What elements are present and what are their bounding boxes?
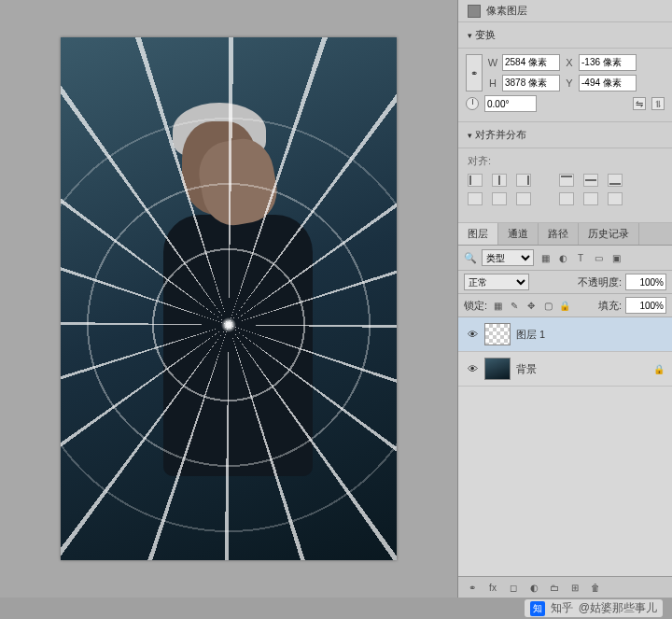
filter-pixel-icon[interactable]: ▦	[539, 251, 552, 264]
fill-label: 填充:	[598, 299, 622, 313]
layer-row[interactable]: 👁 图层 1	[458, 317, 672, 352]
align-section: 对齐:	[458, 148, 672, 223]
flip-horizontal-icon[interactable]: ⇋	[633, 97, 646, 110]
x-label: X	[563, 57, 576, 68]
layer-name[interactable]: 图层 1	[516, 328, 545, 342]
height-input[interactable]	[502, 75, 560, 91]
align-bottom-icon[interactable]	[608, 174, 623, 187]
lock-fill-row: 锁定: ▦ ✎ ✥ ▢ 🔒 填充:	[458, 294, 672, 317]
new-layer-icon[interactable]: ⊞	[568, 581, 581, 594]
visibility-toggle-icon[interactable]: 👁	[466, 329, 479, 340]
tab-paths[interactable]: 路径	[539, 223, 579, 245]
y-input[interactable]	[579, 75, 637, 91]
watermark-source: 知乎	[551, 600, 573, 616]
transform-section-header[interactable]: 变换	[458, 22, 672, 49]
align-hcenter-icon[interactable]	[492, 174, 507, 187]
side-panels: 像素图层 变换 ⚭ W X H Y	[457, 0, 672, 598]
document-canvas[interactable]	[61, 37, 397, 560]
layer-mask-icon[interactable]: ◻	[507, 581, 520, 594]
lock-artboard-icon[interactable]: ▢	[541, 299, 554, 312]
align-section-header[interactable]: 对齐并分布	[458, 122, 672, 148]
align-label: 对齐:	[468, 154, 663, 168]
tab-channels[interactable]: 通道	[498, 223, 539, 245]
align-left-icon[interactable]	[468, 174, 483, 187]
layer-filter-toolbar: 🔍 类型 ▦ ◐ T ▭ ▣	[458, 246, 672, 271]
width-label: W	[486, 57, 499, 68]
glass-crack-overlay	[61, 37, 397, 560]
lock-paint-icon[interactable]: ✎	[508, 299, 521, 312]
filter-kind-select[interactable]: 类型	[482, 249, 534, 266]
align-top-icon[interactable]	[559, 174, 574, 187]
x-input[interactable]	[579, 54, 637, 71]
distribute-h3-icon[interactable]	[516, 192, 531, 205]
filter-adjust-icon[interactable]: ◐	[556, 251, 569, 264]
link-layers-icon[interactable]: ⚭	[466, 581, 479, 594]
transform-section: ⚭ W X H Y	[458, 49, 672, 122]
layer-row[interactable]: 👁 背景 🔒	[458, 352, 672, 387]
layer-style-icon[interactable]: fx	[486, 581, 499, 594]
flip-vertical-icon[interactable]: ⥮	[651, 97, 665, 110]
bottom-panel-tabs: 图层 通道 路径 历史记录	[458, 223, 672, 246]
search-icon[interactable]: 🔍	[464, 252, 477, 264]
y-label: Y	[563, 77, 576, 89]
pixel-layer-label: 像素图层	[486, 4, 527, 18]
distribute-v1-icon[interactable]	[559, 192, 574, 205]
zhihu-logo-icon: 知	[530, 601, 545, 616]
filter-smart-icon[interactable]: ▣	[609, 251, 623, 264]
layers-footer-toolbar: ⚭ fx ◻ ◐ 🗀 ⊞ 🗑	[458, 576, 672, 598]
lock-all-icon[interactable]: 🔒	[558, 299, 571, 312]
opacity-label: 不透明度:	[578, 275, 622, 289]
tab-layers[interactable]: 图层	[458, 223, 498, 245]
blend-mode-select[interactable]: 正常	[464, 274, 529, 290]
layer-list[interactable]: 👁 图层 1 👁 背景 🔒	[458, 317, 672, 576]
filter-shape-icon[interactable]: ▭	[592, 251, 605, 264]
blend-opacity-row: 正常 不透明度:	[458, 271, 672, 294]
properties-panel-header[interactable]: 像素图层	[458, 0, 672, 22]
visibility-toggle-icon[interactable]: 👁	[466, 363, 479, 374]
layer-name[interactable]: 背景	[516, 362, 537, 376]
group-icon[interactable]: 🗀	[548, 581, 561, 594]
height-label: H	[486, 77, 499, 89]
lock-label: 锁定:	[464, 299, 487, 313]
link-wh-icon[interactable]: ⚭	[466, 54, 483, 91]
lock-position-icon[interactable]: ✥	[525, 299, 538, 312]
fill-input[interactable]	[625, 297, 666, 314]
align-right-icon[interactable]	[516, 174, 531, 187]
tab-history[interactable]: 历史记录	[579, 223, 639, 245]
pixel-layer-icon	[468, 5, 481, 18]
width-input[interactable]	[502, 54, 560, 71]
layer-thumbnail[interactable]	[484, 323, 511, 345]
watermark-author: @姑婆那些事儿	[579, 600, 657, 616]
lock-icon: 🔒	[653, 364, 665, 374]
align-vcenter-icon[interactable]	[583, 174, 598, 187]
layer-thumbnail[interactable]	[484, 358, 511, 380]
filter-type-icon[interactable]: T	[574, 251, 587, 264]
rotation-icon	[466, 97, 479, 110]
delete-layer-icon[interactable]: 🗑	[589, 581, 602, 594]
distribute-v3-icon[interactable]	[608, 192, 623, 205]
adjustment-layer-icon[interactable]: ◐	[527, 581, 540, 594]
distribute-h1-icon[interactable]	[468, 192, 483, 205]
lock-transparent-icon[interactable]: ▦	[491, 299, 504, 312]
canvas-area[interactable]	[0, 0, 457, 598]
opacity-input[interactable]	[625, 274, 666, 290]
rotation-input[interactable]	[484, 95, 537, 112]
distribute-h2-icon[interactable]	[492, 192, 507, 205]
watermark: 知 知乎 @姑婆那些事儿	[525, 599, 663, 617]
distribute-v2-icon[interactable]	[583, 192, 598, 205]
